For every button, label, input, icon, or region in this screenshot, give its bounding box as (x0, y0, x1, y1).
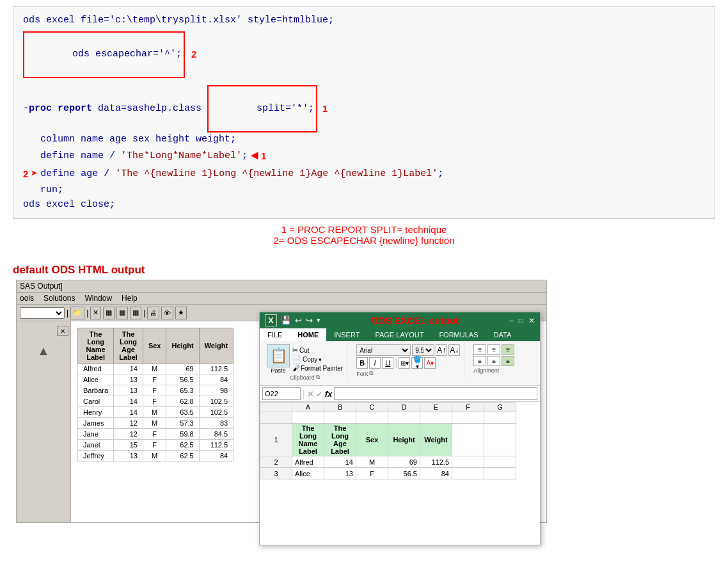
align-top-left-btn[interactable]: ≡ (473, 344, 486, 355)
format-painter-button[interactable]: 🖌 Format Painter (292, 364, 343, 372)
cell-1b[interactable]: TheLongAgeLabel (324, 424, 356, 456)
copy-button[interactable]: 📄 Copy ▾ (292, 355, 343, 364)
cell-3a[interactable]: Alice (292, 468, 324, 479)
name-box[interactable] (262, 387, 301, 400)
cell-3g[interactable] (484, 468, 516, 479)
col-header-d[interactable]: D (388, 403, 420, 412)
col-header-a[interactable]: A (292, 403, 324, 412)
toolbar-btn-grid1[interactable]: ▦ (103, 307, 115, 319)
cell-2d[interactable]: 69 (388, 456, 420, 468)
font-grow-btn[interactable]: A↑ (436, 344, 447, 356)
col-header-b[interactable]: B (324, 403, 356, 412)
col-header-g[interactable]: G (484, 403, 516, 412)
formula-input[interactable] (334, 387, 537, 400)
sas-scroll-up-arrow[interactable]: ▲ (37, 344, 50, 358)
cell-1g[interactable] (484, 424, 516, 456)
align-top-center-btn[interactable]: ≡ (487, 344, 500, 355)
clipboard-label: Clipboard ⧉ (290, 374, 320, 381)
excel-minimize-btn[interactable]: – (509, 316, 514, 325)
cell-blank-a[interactable] (292, 412, 324, 424)
cell-1f[interactable] (452, 424, 484, 456)
cut-button[interactable]: ✂ Cut (292, 346, 343, 355)
menu-window[interactable]: Window (84, 294, 112, 303)
cell-2c[interactable]: M (356, 456, 388, 468)
insert-function-icon[interactable]: fx (325, 389, 333, 399)
excel-ribbon-tabs: FILE HOME INSERT PAGE LAYOUT FORMULAS DA… (260, 328, 540, 341)
excel-blank-row (260, 412, 516, 424)
excel-row-1: 1 TheLongNameLabel TheLongAgeLabel Sex H… (260, 424, 516, 456)
menu-tools[interactable]: ools (20, 294, 34, 303)
align-mid-right-btn[interactable]: ≡ (502, 356, 514, 366)
tab-formulas[interactable]: FORMULAS (431, 328, 486, 341)
toolbar-btn-folder[interactable]: 📁 (70, 307, 84, 319)
tab-page-layout[interactable]: PAGE LAYOUT (367, 328, 431, 341)
menu-solutions[interactable]: Solutions (44, 294, 75, 303)
font-name-select[interactable]: Arial (356, 344, 411, 356)
excel-undo-icon[interactable]: ↩ (295, 316, 302, 325)
borders-button[interactable]: ⊞▾ (399, 357, 410, 369)
cell-blank-c[interactable] (356, 412, 388, 424)
cell-1a[interactable]: TheLongNameLabel (292, 424, 324, 456)
clipboard-expand-icon[interactable]: ⧉ (316, 374, 320, 381)
tab-file[interactable]: FILE (260, 328, 290, 341)
excel-redo-icon[interactable]: ↪ (306, 316, 313, 325)
toolbar-btn-grid2[interactable]: ▦ (116, 307, 128, 319)
tab-insert[interactable]: INSERT (326, 328, 367, 341)
paste-button[interactable]: 📋 Paste (267, 344, 290, 374)
col-header-e[interactable]: E (420, 403, 452, 412)
cell-3c[interactable]: F (356, 468, 388, 479)
excel-maximize-btn[interactable]: □ (519, 316, 523, 325)
cell-weight: 98 (199, 385, 233, 396)
cell-3f[interactable] (452, 468, 484, 479)
cell-2f[interactable] (452, 456, 484, 468)
cell-3d[interactable]: 56.5 (388, 468, 420, 479)
cell-1c[interactable]: Sex (356, 424, 388, 456)
align-top-right-btn[interactable]: ≡ (502, 344, 514, 355)
cell-2g[interactable] (484, 456, 516, 468)
toolbar-btn-print[interactable]: 🖨 (147, 307, 159, 319)
col-header-c[interactable]: C (356, 403, 388, 412)
toolbar-btn-star[interactable]: ★ (175, 307, 187, 319)
cell-age: 15 (114, 440, 143, 451)
font-size-select[interactable]: 9.5 (412, 344, 434, 356)
fill-color-button[interactable]: 🪣▾ (411, 357, 423, 369)
cell-1e[interactable]: Weight (420, 424, 452, 456)
toolbar-btn-eye[interactable]: 👁 (161, 307, 173, 319)
tab-data[interactable]: DATA (486, 328, 519, 341)
tab-home[interactable]: HOME (290, 328, 326, 341)
excel-dropdown-icon[interactable]: ▾ (317, 316, 320, 325)
bold-button[interactable]: B (356, 357, 368, 369)
font-shrink-btn[interactable]: A↓ (448, 344, 460, 356)
col-header-f[interactable]: F (452, 403, 484, 412)
cell-3e[interactable]: 84 (420, 468, 452, 479)
italic-button[interactable]: I (369, 357, 381, 369)
cell-blank-b[interactable] (324, 412, 356, 424)
excel-save-icon[interactable]: 💾 (281, 316, 291, 325)
cell-blank-e[interactable] (420, 412, 452, 424)
toolbar-btn-grid3[interactable]: ▦ (130, 307, 141, 319)
cell-3b[interactable]: 13 (324, 468, 356, 479)
font-expand-icon[interactable]: ⧉ (369, 370, 373, 377)
cell-weight: 84.5 (199, 429, 233, 440)
cancel-formula-icon[interactable]: ✕ (307, 389, 314, 399)
copy-dropdown-icon[interactable]: ▾ (319, 357, 322, 363)
font-color-button[interactable]: A▾ (424, 357, 436, 369)
align-mid-center-btn[interactable]: ≡ (487, 356, 500, 366)
cell-blank-f[interactable] (452, 412, 484, 424)
excel-close-btn[interactable]: ✕ (528, 316, 535, 325)
cell-blank-g[interactable] (484, 412, 516, 424)
confirm-formula-icon[interactable]: ✓ (316, 389, 323, 399)
sas-close-btn[interactable]: ✕ (57, 326, 68, 336)
toolbar-btn-x[interactable]: ✕ (90, 307, 101, 319)
cell-blank-d[interactable] (388, 412, 420, 424)
underline-button[interactable]: U (382, 357, 393, 369)
cell-2e[interactable]: 112.5 (420, 456, 452, 468)
cell-2a[interactable]: Alfred (292, 456, 324, 468)
close-line: ods excel close; (23, 198, 115, 213)
menu-help[interactable]: Help (122, 294, 138, 303)
cell-1d[interactable]: Height (388, 424, 420, 456)
align-mid-left-btn[interactable]: ≡ (473, 356, 486, 366)
excel-ribbon-body: 📋 Paste ✂ Cut 📄 Copy ▾ (260, 341, 540, 386)
toolbar-dropdown[interactable] (20, 307, 65, 319)
cell-2b[interactable]: 14 (324, 456, 356, 468)
